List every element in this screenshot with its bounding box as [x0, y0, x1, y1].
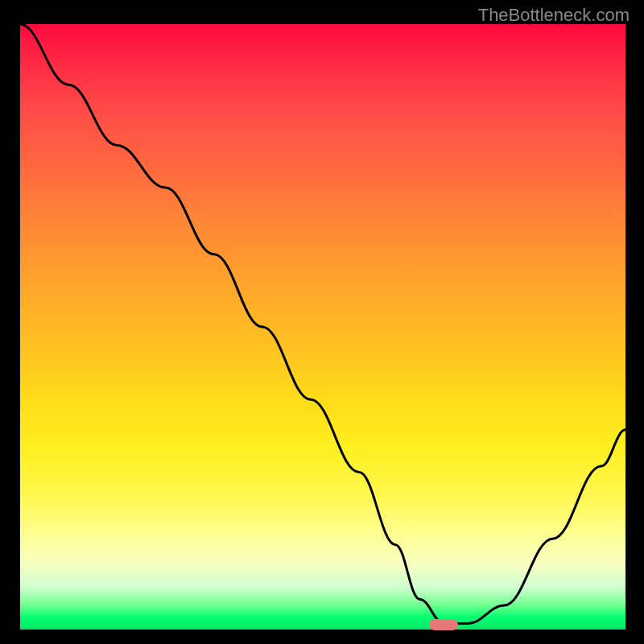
watermark-text: TheBottleneck.com	[478, 5, 630, 26]
chart-gradient-background	[20, 24, 625, 630]
optimal-marker	[429, 619, 458, 630]
